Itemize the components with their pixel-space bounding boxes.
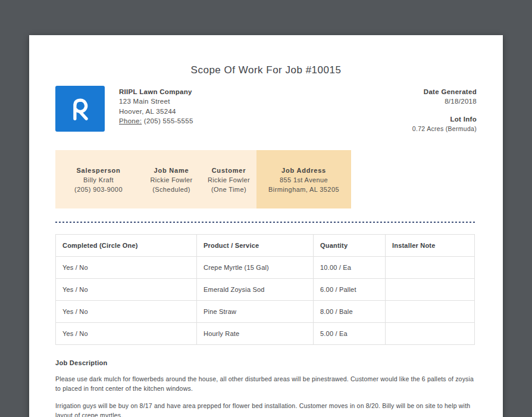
header-installer-note: Installer Note [386, 235, 475, 257]
cell-completed: Yes / No [56, 301, 197, 323]
page-content: Scope Of Work For Job #10015 RIIPL Lawn … [29, 64, 503, 417]
cell-installer-note [386, 279, 475, 301]
cell-completed: Yes / No [56, 279, 197, 301]
company-address-line1: 123 Main Street [119, 97, 193, 106]
document-viewer: Scope Of Work For Job #10015 RIIPL Lawn … [0, 0, 532, 417]
company-phone: Phone: (205) 555-5555 [119, 116, 193, 126]
date-generated-value: 8/18/2018 [412, 97, 477, 106]
cell-quantity: 6.00 / Pallet [314, 279, 386, 301]
info-cell-job-name: Job Name Rickie Fowler (Scheduled) [142, 150, 201, 208]
phone-number: (205) 555-5555 [144, 117, 193, 125]
cell-completed: Yes / No [56, 257, 197, 279]
date-generated-label: Date Generated [412, 87, 477, 97]
company-address-line2: Hoover, AL 35244 [119, 107, 193, 116]
job-name-value: Rickie Fowler [142, 175, 201, 185]
cell-product: Hourly Rate [197, 323, 314, 345]
job-description-paragraph-2: Irrigation guys will be buy on 8/17 and … [55, 401, 474, 417]
lot-info-label: Lot Info [412, 114, 477, 124]
dashed-divider [55, 222, 477, 223]
table-row: Yes / No Crepe Myrtle (15 Gal) 10.00 / E… [56, 257, 475, 279]
job-info-bar: Salesperson Billy Kraft (205) 903-9000 J… [55, 150, 351, 208]
company-name: RIIPL Lawn Company [119, 87, 193, 97]
customer-name: Rickie Fowler [201, 175, 256, 185]
products-table: Completed (Circle One) Product / Service… [55, 234, 475, 345]
table-row: Yes / No Hourly Rate 5.00 / Ea [56, 323, 475, 345]
logo-r-icon [66, 94, 95, 125]
cell-quantity: 10.00 / Ea [314, 257, 386, 279]
cell-installer-note [386, 257, 475, 279]
cell-product: Pine Straw [197, 301, 314, 323]
info-cell-customer: Customer Rickie Fowler (One Time) [201, 150, 256, 208]
salesperson-phone: (205) 903-9000 [55, 185, 142, 194]
info-cell-job-address: Job Address 855 1st Avenue Birmingham, A… [256, 150, 351, 208]
cell-product: Emerald Zoysia Sod [197, 279, 314, 301]
job-address-line1: 855 1st Avenue [256, 175, 351, 185]
job-address-label: Job Address [256, 166, 351, 175]
cell-completed: Yes / No [56, 323, 197, 345]
job-name-status: (Scheduled) [142, 185, 201, 194]
cell-product: Crepe Myrtle (15 Gal) [197, 257, 314, 279]
cell-quantity: 5.00 / Ea [314, 323, 386, 345]
info-cell-salesperson: Salesperson Billy Kraft (205) 903-9000 [55, 150, 142, 208]
header-quantity: Quantity [314, 235, 386, 257]
lot-info-value: 0.72 Acres (Bermuda) [412, 124, 477, 133]
company-info: RIIPL Lawn Company 123 Main Street Hoove… [119, 86, 193, 126]
customer-type: (One Time) [201, 185, 256, 194]
salesperson-name: Billy Kraft [55, 175, 142, 185]
phone-label: Phone: [119, 117, 142, 125]
salesperson-label: Salesperson [55, 166, 142, 175]
page-title: Scope Of Work For Job #10015 [55, 64, 477, 76]
header-product-service: Product / Service [197, 235, 314, 257]
job-address-line2: Birmingham, AL 35205 [256, 185, 351, 194]
customer-label: Customer [201, 166, 256, 175]
meta-info: Date Generated 8/18/2018 Lot Info 0.72 A… [412, 86, 477, 133]
company-logo [55, 86, 105, 132]
cell-installer-note [386, 323, 475, 345]
job-description-paragraph-1: Please use dark mulch for flowerbeds aro… [55, 374, 474, 393]
table-row: Yes / No Emerald Zoysia Sod 6.00 / Palle… [56, 279, 475, 301]
job-description-heading: Job Description [55, 359, 477, 366]
table-row: Yes / No Pine Straw 8.00 / Bale [56, 301, 475, 323]
cell-quantity: 8.00 / Bale [314, 301, 386, 323]
header-row: RIIPL Lawn Company 123 Main Street Hoove… [55, 86, 477, 133]
table-header-row: Completed (Circle One) Product / Service… [56, 235, 475, 257]
job-name-label: Job Name [142, 166, 201, 175]
header-completed: Completed (Circle One) [56, 235, 197, 257]
cell-installer-note [386, 301, 475, 323]
document-page: Scope Of Work For Job #10015 RIIPL Lawn … [29, 35, 503, 417]
